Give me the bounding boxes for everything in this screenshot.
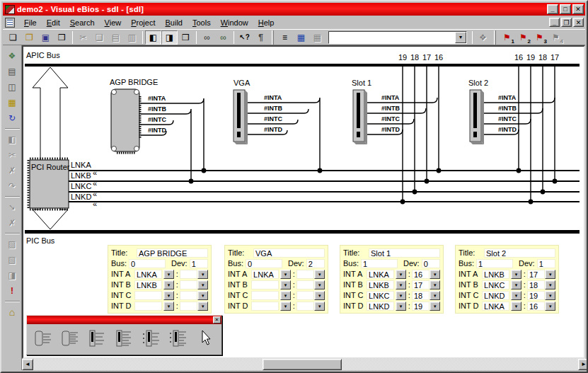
irq-dropdown[interactable]: ▾ <box>430 280 440 289</box>
bus-field[interactable]: 1 <box>361 259 398 268</box>
link-field[interactable]: LNKC <box>482 280 509 289</box>
irq-dropdown[interactable]: ▾ <box>197 270 208 279</box>
link-dropdown[interactable]: ▾ <box>396 302 406 311</box>
scroll-right-button[interactable]: ► <box>578 359 588 370</box>
title-field[interactable]: VGA <box>253 248 325 258</box>
link-dropdown[interactable]: ▾ <box>511 270 521 279</box>
link-field[interactable]: LNKD <box>482 291 509 300</box>
irq-dropdown[interactable]: ▾ <box>197 291 208 300</box>
palette-close-button[interactable]: ✕ <box>213 316 221 323</box>
mdi-restore-button[interactable]: ❐ <box>561 18 572 27</box>
link-field[interactable] <box>134 291 162 300</box>
irq-dropdown[interactable]: ▾ <box>314 270 325 279</box>
link-dropdown[interactable]: ▾ <box>280 302 291 311</box>
irq-field[interactable] <box>296 280 314 289</box>
minimize-button[interactable]: _ <box>547 4 558 14</box>
mdi-minimize-button[interactable]: _ <box>549 18 560 27</box>
mdi-document-icon[interactable] <box>5 18 15 28</box>
irq-field[interactable]: 18 <box>527 280 545 289</box>
menu-tools[interactable]: Tools <box>188 17 216 28</box>
close-button[interactable]: ✕ <box>572 4 584 14</box>
irq-field[interactable]: 19 <box>412 302 430 311</box>
link-field[interactable] <box>251 302 279 311</box>
irq-dropdown[interactable]: ▾ <box>545 270 555 279</box>
link-field[interactable] <box>251 291 279 300</box>
irq-field[interactable]: 16 <box>412 270 430 279</box>
link-boxes-button[interactable]: ◫ <box>4 79 21 94</box>
find-in-files-button[interactable]: ∞ <box>215 30 231 45</box>
irq-field[interactable] <box>296 302 314 311</box>
irq-field[interactable]: 17 <box>527 270 545 279</box>
save-button[interactable]: ▣ <box>38 30 54 45</box>
link-field[interactable]: LNKB <box>482 270 509 279</box>
scrollbar-thumb[interactable] <box>263 359 342 370</box>
irq-dropdown[interactable]: ▾ <box>197 280 208 289</box>
build-button[interactable]: ▨ <box>4 236 21 251</box>
build-all-button[interactable]: ▧ <box>4 252 21 267</box>
irq-dropdown[interactable]: ▾ <box>314 280 325 289</box>
paste-button[interactable]: ▤ <box>108 30 124 45</box>
redo-arrow-button[interactable]: ↷ <box>4 178 21 193</box>
cascade-windows-button[interactable]: ❒ <box>178 30 194 45</box>
link-field[interactable]: LNKD <box>367 302 394 311</box>
link-field[interactable]: LNKA <box>367 270 394 279</box>
bus-field[interactable]: 1 <box>476 259 513 268</box>
link-dropdown[interactable]: ▾ <box>396 280 406 289</box>
irq-field[interactable] <box>296 291 314 300</box>
palette-chip-multi-tool-button[interactable] <box>59 327 81 350</box>
cut-button[interactable]: ✂ <box>75 30 91 45</box>
link-field[interactable]: LNKA <box>482 302 509 311</box>
irq-field[interactable] <box>296 270 314 279</box>
link-dropdown[interactable]: ▾ <box>163 270 174 279</box>
open-button[interactable]: ❐ <box>21 30 38 45</box>
delete-node-button[interactable]: ✗ <box>4 163 21 178</box>
agp-bridge-chip[interactable]: AGP BRIDGE <box>110 78 158 153</box>
irq-field[interactable] <box>180 270 197 279</box>
pci-router-chip[interactable]: PCI Router <box>28 159 70 210</box>
palette-riser-slot-multi-tool-button[interactable] <box>168 327 189 350</box>
link-field[interactable] <box>134 302 162 311</box>
symbol-combobox[interactable]: ▾ <box>328 31 467 44</box>
app-icon[interactable] <box>5 5 15 14</box>
menu-project[interactable]: Project <box>126 17 160 28</box>
unroute-button[interactable]: ✗ <box>4 215 21 230</box>
horizontal-scrollbar[interactable]: ◄ ► <box>22 359 588 370</box>
bus-field[interactable]: 0 <box>246 259 282 268</box>
menu-search[interactable]: Search <box>65 17 100 28</box>
link-dropdown[interactable]: ▾ <box>511 302 521 311</box>
irq-dropdown[interactable]: ▾ <box>430 291 440 300</box>
find-button[interactable]: ∞ <box>199 30 215 45</box>
flag-4-button[interactable]: ⚑4 <box>548 30 564 45</box>
irq-dropdown[interactable]: ▾ <box>545 291 555 300</box>
link-field[interactable]: LNKA <box>134 270 162 279</box>
irq-dropdown[interactable]: ▾ <box>430 270 440 279</box>
dev-field[interactable]: 0 <box>422 259 440 268</box>
menu-build[interactable]: Build <box>161 17 188 28</box>
component-palette[interactable]: ✕ <box>26 315 222 355</box>
wand-button[interactable]: ❖ <box>475 30 491 45</box>
link-dropdown[interactable]: ▾ <box>396 270 406 279</box>
keyboard-button[interactable]: ▦ <box>309 30 325 45</box>
menu-file[interactable]: File <box>19 17 42 28</box>
link-field[interactable]: LNKB <box>367 280 394 289</box>
copy-button[interactable]: ❑ <box>91 30 108 45</box>
irq-field[interactable]: 18 <box>412 291 430 300</box>
save-all-button[interactable]: ❒ <box>54 30 70 45</box>
palette-riser-slot-tool-button[interactable] <box>141 327 162 350</box>
new-button[interactable]: ❏ <box>5 30 21 45</box>
chevron-down-icon[interactable]: ▾ <box>455 32 466 43</box>
grid-add-button[interactable]: ▦ <box>4 95 21 110</box>
irq-field[interactable]: 17 <box>412 280 430 289</box>
dev-field[interactable]: 1 <box>190 259 208 268</box>
menu-edit[interactable]: Edit <box>42 17 65 28</box>
irq-field[interactable]: 16 <box>527 302 545 311</box>
title-field[interactable]: AGP BRIDGE <box>137 248 208 258</box>
title-field[interactable]: Slot 2 <box>484 248 555 258</box>
palette-slot-tool-button[interactable] <box>86 327 108 350</box>
flag-1-button[interactable]: ⚑1 <box>499 30 515 45</box>
link-dropdown[interactable]: ▾ <box>163 291 174 300</box>
title-field[interactable]: Slot 1 <box>369 248 440 258</box>
link-dropdown[interactable]: ▾ <box>163 280 174 289</box>
box-edit-button[interactable]: ◧ <box>4 132 21 147</box>
palette-slot-multi-tool-button[interactable] <box>113 327 134 350</box>
